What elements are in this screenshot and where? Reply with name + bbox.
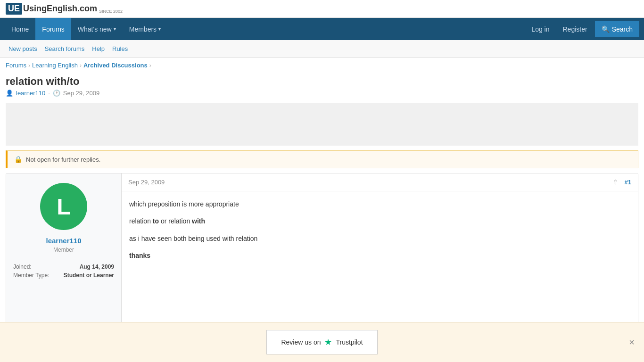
post-actions: ⇧ #1 <box>610 177 631 187</box>
sub-nav-search-forums[interactable]: Search forums <box>41 45 89 52</box>
locked-notice: 🔒 Not open for further replies. <box>6 150 638 168</box>
nav-members[interactable]: Members ▾ <box>123 18 167 40</box>
search-icon: 🔍 <box>602 25 610 33</box>
breadcrumb-archived-discussions: Archived Discussions <box>83 62 148 69</box>
author-icon: 👤 <box>6 90 13 97</box>
sub-nav-help[interactable]: Help <box>88 45 108 52</box>
post-line-2: relation to or relation with <box>129 216 630 226</box>
joined-label: Joined: <box>13 263 32 270</box>
share-button[interactable]: ⇧ <box>610 177 621 187</box>
joined-row: Joined: Aug 14, 2009 <box>13 263 114 271</box>
nav-home[interactable]: Home <box>5 18 35 40</box>
whats-new-chevron-icon: ▾ <box>114 26 116 32</box>
post-line-1: which preposition is more appropriate <box>129 199 630 209</box>
logo-ue: UE <box>6 3 22 15</box>
member-type-value: Student or Learner <box>64 272 114 279</box>
post-author-link[interactable]: learner110 <box>46 237 81 245</box>
bold-with: with <box>192 217 205 225</box>
login-link[interactable]: Log in <box>526 23 555 36</box>
post-content: Sep 29, 2009 ⇧ #1 which preposition is m… <box>122 173 638 323</box>
joined-value: Aug 14, 2009 <box>80 263 114 270</box>
nav-forums[interactable]: Forums <box>35 18 71 40</box>
sub-nav: New posts Search forums Help Rules <box>0 40 644 58</box>
nav-right: Log in Register 🔍 Search <box>526 21 639 37</box>
thread-author[interactable]: learner110 <box>16 90 45 97</box>
breadcrumb: Forums › Learning English › Archived Dis… <box>0 58 644 73</box>
locked-text: Not open for further replies. <box>26 156 100 163</box>
lock-icon: 🔒 <box>14 156 22 163</box>
ad-area <box>6 103 638 146</box>
search-button[interactable]: 🔍 Search <box>595 21 639 37</box>
post-header: Sep 29, 2009 ⇧ #1 <box>122 173 638 191</box>
breadcrumb-sep-2: › <box>80 62 82 69</box>
avatar: L <box>40 183 87 230</box>
register-link[interactable]: Register <box>557 23 593 36</box>
post-line-4: thanks <box>129 250 630 261</box>
nav-whats-new[interactable]: What's new ▾ <box>71 18 123 40</box>
top-nav: Home Forums What's new ▾ Members ▾ Log i… <box>0 18 644 40</box>
post-body: which preposition is more appropriate re… <box>122 191 638 323</box>
post-line-3: as i have seen both being used with rela… <box>129 233 630 244</box>
breadcrumb-sep-1: › <box>28 62 30 69</box>
thread-title-area: relation with/to 👤 learner110 · 🕐 Sep 29… <box>0 73 644 99</box>
nav-items: Home Forums What's new ▾ Members ▾ <box>5 18 526 40</box>
clock-icon: 🕐 <box>53 90 60 97</box>
breadcrumb-learning-english[interactable]: Learning English <box>32 62 78 69</box>
logo-since: SINCE 2002 <box>99 9 123 14</box>
member-type-label: Member Type: <box>13 272 49 279</box>
site-header: UE UsingEnglish.com SINCE 2002 <box>0 0 644 18</box>
post-number: #1 <box>625 179 631 186</box>
thread-date: Sep 29, 2009 <box>63 90 99 97</box>
trustpilot-banner: Review us on ★ Trustpilot × <box>0 322 644 329</box>
post-info-table: Joined: Aug 14, 2009 Member Type: Studen… <box>13 263 114 280</box>
thread-title: relation with/to <box>6 75 638 88</box>
member-type-row: Member Type: Student or Learner <box>13 271 114 280</box>
post-author-role: Member <box>53 247 74 253</box>
logo-text: UsingEnglish.com <box>23 4 97 14</box>
members-chevron-icon: ▾ <box>158 26 161 32</box>
post-wrapper: L learner110 Member Joined: Aug 14, 2009… <box>6 173 638 324</box>
sub-nav-rules[interactable]: Rules <box>108 45 132 52</box>
thread-meta: 👤 learner110 · 🕐 Sep 29, 2009 <box>6 90 638 97</box>
bold-to: to <box>153 217 159 225</box>
post-date: Sep 29, 2009 <box>128 179 165 186</box>
breadcrumb-sep-3: › <box>149 62 151 69</box>
sub-nav-new-posts[interactable]: New posts <box>5 45 41 52</box>
logo[interactable]: UE UsingEnglish.com SINCE 2002 <box>6 3 123 15</box>
post-sidebar: L learner110 Member Joined: Aug 14, 2009… <box>6 173 122 323</box>
header-top: UE UsingEnglish.com SINCE 2002 <box>0 0 644 17</box>
breadcrumb-forums[interactable]: Forums <box>6 62 26 69</box>
